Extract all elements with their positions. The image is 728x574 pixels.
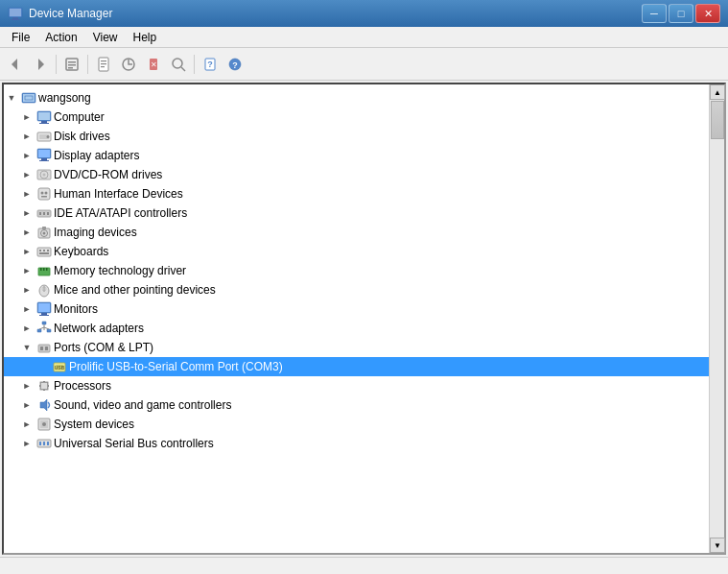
scrollbar-thumb[interactable] xyxy=(711,101,724,139)
svg-line-18 xyxy=(181,67,185,71)
tree-item-1[interactable]: ►Disk drives xyxy=(4,127,709,146)
expand-icon-5[interactable]: ► xyxy=(19,205,35,221)
expand-icon-13[interactable] xyxy=(35,359,50,374)
svg-rect-29 xyxy=(39,123,49,124)
scrollbar-track xyxy=(710,100,724,538)
node-icon-system xyxy=(36,417,52,432)
tree-item-4[interactable]: ►Human Interface Devices xyxy=(4,184,709,203)
tree-item-2[interactable]: ►Display adapters xyxy=(4,146,709,165)
app-icon xyxy=(8,6,23,21)
separator-2 xyxy=(87,55,88,74)
tree-item-12[interactable]: ▼Ports (COM & LPT) xyxy=(4,338,709,357)
menu-item-help[interactable]: Help xyxy=(126,29,165,46)
svg-rect-74 xyxy=(38,345,50,352)
forward-button[interactable] xyxy=(29,53,52,76)
menu-item-action[interactable]: Action xyxy=(37,29,84,46)
svg-rect-84 xyxy=(43,381,45,382)
expand-icon-16[interactable]: ► xyxy=(19,417,35,432)
svg-rect-55 xyxy=(47,250,49,251)
node-label-9: Mice and other pointing devices xyxy=(54,283,216,297)
vertical-scrollbar[interactable]: ▲ ▼ xyxy=(709,84,724,553)
svg-rect-76 xyxy=(45,347,48,350)
node-icon-sound xyxy=(36,397,52,413)
expand-icon-9[interactable]: ► xyxy=(19,282,35,298)
expand-icon-12[interactable]: ▼ xyxy=(19,340,35,355)
expand-icon-7[interactable]: ► xyxy=(19,244,35,259)
root-expand-icon: ▼ xyxy=(4,90,19,106)
tree-item-14[interactable]: ►Processors xyxy=(4,376,709,395)
minimize-button[interactable]: ─ xyxy=(642,4,667,23)
show-hidden-button[interactable] xyxy=(60,53,83,76)
expand-icon-1[interactable]: ► xyxy=(19,129,35,144)
svg-rect-60 xyxy=(46,268,48,271)
svg-rect-9 xyxy=(68,67,73,69)
expand-icon-10[interactable]: ► xyxy=(19,301,35,317)
svg-point-89 xyxy=(42,422,46,426)
tree-item-17[interactable]: ►Universal Serial Bus controllers xyxy=(4,434,709,453)
tree-item-15[interactable]: ►Sound, video and game controllers xyxy=(4,395,709,415)
node-icon-display xyxy=(36,148,52,163)
expand-icon-17[interactable]: ► xyxy=(19,436,35,451)
node-icon-network xyxy=(36,321,52,336)
node-icon-keyboard xyxy=(36,244,52,259)
maximize-button[interactable]: □ xyxy=(669,4,693,23)
node-icon-computer xyxy=(36,109,52,125)
svg-rect-67 xyxy=(39,315,49,316)
expand-icon-4[interactable]: ► xyxy=(19,186,35,202)
status-bar xyxy=(0,557,728,574)
svg-point-39 xyxy=(43,174,46,177)
help-button-2[interactable]: ? xyxy=(223,53,247,76)
menu-item-file[interactable]: File xyxy=(4,29,37,46)
tree-item-3[interactable]: ►DVD/CD-ROM drives xyxy=(4,165,709,184)
expand-icon-11[interactable]: ► xyxy=(19,321,35,336)
node-label-13: Prolific USB-to-Serial Comm Port (COM3) xyxy=(69,360,283,373)
tree-item-8[interactable]: ►Memory technology driver xyxy=(4,261,709,280)
expand-icon-3[interactable]: ► xyxy=(19,167,35,182)
back-button[interactable] xyxy=(4,53,27,76)
uninstall-button[interactable]: ✕ xyxy=(142,53,165,76)
svg-rect-12 xyxy=(101,63,106,64)
separator-1 xyxy=(56,55,57,74)
tree-item-11[interactable]: ►Network adapters xyxy=(4,319,709,338)
tree-item-7[interactable]: ►Keyboards xyxy=(4,242,709,261)
update-driver-button[interactable] xyxy=(117,53,140,76)
svg-text:✕: ✕ xyxy=(151,60,157,69)
scan-icon xyxy=(171,57,186,72)
device-tree[interactable]: ▼wangsong►Computer►Disk drives►Display a… xyxy=(4,84,709,553)
tree-item-10[interactable]: ►Monitors xyxy=(4,299,709,319)
tree-item-5[interactable]: ►IDE ATA/ATAPI controllers xyxy=(4,203,709,223)
node-label-17: Universal Serial Bus controllers xyxy=(54,437,214,450)
scroll-down-button[interactable]: ▼ xyxy=(710,538,725,553)
svg-rect-11 xyxy=(101,60,106,61)
tree-root[interactable]: ▼wangsong xyxy=(4,88,709,108)
expand-icon-0[interactable]: ► xyxy=(19,109,35,125)
menu-item-view[interactable]: View xyxy=(85,29,126,46)
scan-button[interactable] xyxy=(167,53,190,76)
properties-button[interactable] xyxy=(92,53,115,76)
close-button[interactable]: ✕ xyxy=(695,4,720,23)
expand-icon-15[interactable]: ► xyxy=(19,397,35,413)
tree-item-0[interactable]: ►Computer xyxy=(4,108,709,127)
svg-rect-40 xyxy=(38,188,50,200)
node-icon-drive xyxy=(36,129,52,144)
tree-item-6[interactable]: ►Imaging devices xyxy=(4,223,709,242)
tree-item-13[interactable]: USBProlific USB-to-Serial Comm Port (COM… xyxy=(4,357,709,376)
svg-rect-58 xyxy=(40,268,42,271)
node-label-2: Display adapters xyxy=(54,149,139,162)
expand-icon-8[interactable]: ► xyxy=(19,263,35,278)
title-bar-left: Device Manager xyxy=(8,6,112,21)
expand-icon-6[interactable]: ► xyxy=(19,225,35,240)
expand-icon-14[interactable]: ► xyxy=(19,378,35,394)
node-label-10: Monitors xyxy=(54,302,98,316)
help-button-1[interactable]: ? xyxy=(199,53,222,76)
expand-icon-2[interactable]: ► xyxy=(19,148,35,163)
tree-item-16[interactable]: ►System devices xyxy=(4,415,709,434)
scroll-up-button[interactable]: ▲ xyxy=(710,84,725,100)
svg-rect-75 xyxy=(40,347,43,350)
svg-rect-51 xyxy=(42,227,46,229)
node-icon-usb-ctrl xyxy=(36,436,52,451)
tree-item-9[interactable]: ►Mice and other pointing devices xyxy=(4,280,709,299)
node-label-14: Processors xyxy=(54,379,111,393)
svg-rect-43 xyxy=(41,196,47,198)
svg-rect-54 xyxy=(43,250,45,251)
